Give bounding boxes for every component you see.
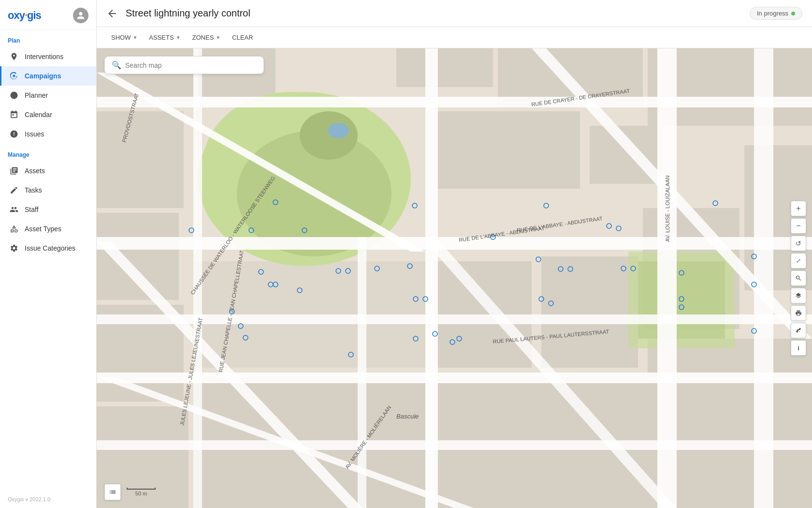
- planner-label: Planner: [25, 91, 48, 99]
- svg-point-25: [328, 123, 349, 138]
- svg-rect-3: [97, 111, 184, 208]
- svg-rect-29: [97, 237, 812, 250]
- sidebar-item-planner[interactable]: Planner: [0, 86, 96, 105]
- sidebar-item-asset-types[interactable]: Asset Types: [0, 219, 96, 239]
- svg-point-24: [300, 111, 358, 160]
- sidebar-item-assets[interactable]: Assets: [0, 161, 96, 180]
- planner-icon: [9, 90, 19, 100]
- status-dot: [791, 12, 795, 15]
- svg-rect-30: [97, 314, 812, 324]
- interventions-label: Interventions: [25, 53, 63, 60]
- calendar-label: Calendar: [25, 111, 52, 119]
- map-search-box[interactable]: 🔍: [104, 56, 264, 74]
- svg-rect-32: [97, 440, 812, 450]
- show-button[interactable]: SHOW ▼: [106, 31, 142, 44]
- scale-bar: 50 m: [127, 488, 156, 496]
- issues-label: Issues: [25, 130, 44, 138]
- asset-types-icon: [9, 224, 19, 234]
- svg-rect-37: [754, 48, 773, 508]
- svg-text:Bascule: Bascule: [396, 413, 419, 420]
- tasks-icon: [9, 185, 19, 195]
- svg-rect-11: [435, 111, 580, 189]
- sidebar-item-tasks[interactable]: Tasks: [0, 180, 96, 200]
- calendar-icon: [9, 110, 19, 120]
- map-controls: + − ↺ ⤢ i: [791, 201, 806, 356]
- staff-icon: [9, 205, 19, 214]
- plan-section-label: Plan: [0, 30, 96, 47]
- show-chevron-icon: ▼: [132, 35, 137, 40]
- manage-section-label: Manage: [0, 144, 96, 161]
- staff-label: Staff: [25, 206, 39, 213]
- page-header: Street lightning yearly control In progr…: [97, 0, 812, 27]
- sidebar-item-issues[interactable]: Issues: [0, 124, 96, 144]
- print-button[interactable]: [791, 305, 806, 321]
- issues-icon: [9, 129, 19, 139]
- logo: oxy·gis: [8, 9, 41, 22]
- sidebar-item-campaigns[interactable]: Campaigns: [0, 66, 96, 86]
- zones-chevron-icon: ▼: [216, 35, 220, 40]
- svg-rect-28: [97, 97, 812, 107]
- issue-categories-label: Issue Categories: [25, 244, 75, 252]
- info-button[interactable]: i: [791, 340, 806, 356]
- zoom-out-button[interactable]: −: [791, 218, 806, 234]
- assets-label: Assets: [25, 167, 45, 175]
- svg-rect-14: [541, 256, 638, 368]
- assets-button[interactable]: ASSETS ▼: [144, 31, 185, 44]
- svg-rect-4: [97, 213, 179, 300]
- sidebar: oxy·gis Plan Interventions Campaigns Pla…: [0, 0, 97, 508]
- status-label: In progress: [757, 10, 788, 17]
- sidebar-item-staff[interactable]: Staff: [0, 200, 96, 219]
- assets-icon: [9, 166, 19, 176]
- campaigns-icon: [9, 71, 19, 81]
- campaigns-label: Campaigns: [25, 72, 61, 80]
- back-button[interactable]: [106, 8, 118, 19]
- main-content: Street lightning yearly control In progr…: [97, 0, 812, 508]
- select-tool-button[interactable]: [791, 270, 806, 286]
- svg-rect-36: [657, 48, 677, 508]
- svg-rect-31: [97, 373, 812, 383]
- list-view-button[interactable]: [104, 484, 121, 500]
- svg-rect-39: [358, 237, 366, 508]
- map-svg: PROVOOSTSTRAAT RUE DE CRAYER - DE CRAYER…: [97, 48, 812, 508]
- tasks-label: Tasks: [25, 186, 42, 194]
- clear-button[interactable]: CLEAR: [227, 31, 258, 44]
- sidebar-item-calendar[interactable]: Calendar: [0, 105, 96, 124]
- status-badge[interactable]: In progress: [750, 7, 802, 20]
- svg-rect-8: [396, 48, 493, 87]
- measure-button[interactable]: [791, 323, 806, 338]
- zones-button[interactable]: ZONES ▼: [188, 31, 226, 44]
- map-toolbar: SHOW ▼ ASSETS ▼ ZONES ▼ CLEAR: [97, 27, 812, 48]
- asset-types-label: Asset Types: [25, 225, 61, 233]
- interventions-icon: [9, 52, 19, 61]
- issue-categories-icon: [9, 243, 19, 253]
- search-input[interactable]: [125, 61, 257, 69]
- assets-chevron-icon: ▼: [176, 35, 181, 40]
- scale-label: 50 m: [135, 491, 147, 496]
- avatar[interactable]: [73, 8, 88, 23]
- map-bottom-controls: 50 m: [104, 484, 156, 500]
- reset-rotation-button[interactable]: ↺: [791, 236, 806, 251]
- app-version: Oxygis v 2022.1.0: [0, 491, 96, 508]
- sidebar-header: oxy·gis: [0, 0, 96, 30]
- svg-text:AV. LOUISE - LOUIZALAAN: AV. LOUISE - LOUIZALAAN: [665, 175, 670, 242]
- sidebar-item-interventions[interactable]: Interventions: [0, 47, 96, 66]
- svg-rect-35: [425, 48, 438, 508]
- svg-rect-27: [638, 261, 725, 339]
- sidebar-item-issue-categories[interactable]: Issue Categories: [0, 239, 96, 258]
- search-icon: 🔍: [112, 60, 121, 70]
- scale-line: [127, 488, 156, 490]
- map-view[interactable]: PROVOOSTSTRAAT RUE DE CRAYER - DE CRAYER…: [97, 48, 812, 508]
- layers-button[interactable]: [791, 288, 806, 303]
- fullscreen-button[interactable]: ⤢: [791, 253, 806, 269]
- page-title: Street lightning yearly control: [126, 8, 742, 19]
- zoom-in-button[interactable]: +: [791, 201, 806, 216]
